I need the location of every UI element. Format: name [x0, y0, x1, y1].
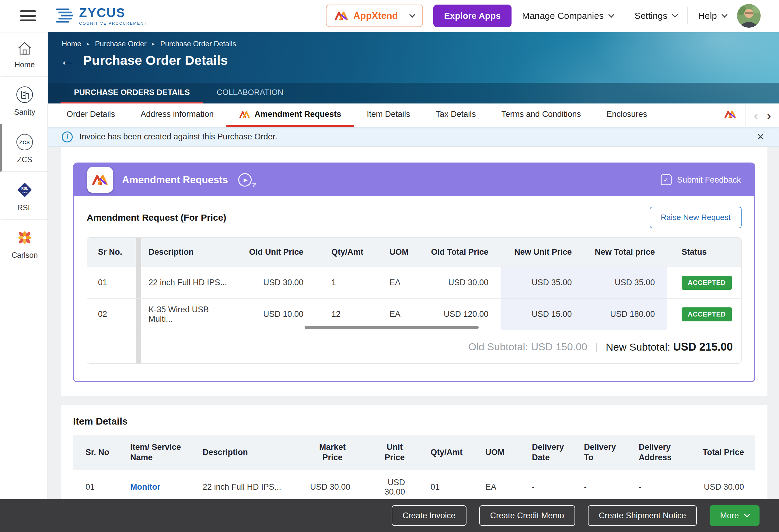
manage-companies-label: Manage Companies	[522, 11, 604, 21]
create-shipment-notice-button[interactable]: Create Shipment Notice	[588, 505, 697, 526]
back-button[interactable]: ←	[60, 53, 74, 68]
tab-purchase-orders-details[interactable]: PURCHASE ORDERS DETAILS	[61, 83, 203, 104]
create-credit-memo-button[interactable]: Create Credit Memo	[479, 505, 575, 526]
column-header-delivery-date: Delivery Date	[527, 442, 579, 463]
item-details-table: Sr. No Item/ Service Name Description Ma…	[73, 435, 755, 504]
sidebar-item-sanity[interactable]: Sanity	[0, 77, 48, 124]
cell-new-unit-price: USD 15.00	[500, 299, 584, 330]
cell-old-total-price: USD 120.00	[418, 299, 500, 330]
column-header-qty-amt: Qty/Amt	[315, 238, 374, 267]
sidebar-item-label: ZCS	[17, 155, 32, 164]
zcs-badge-icon: ZCS	[16, 133, 34, 151]
subtab-appxtend[interactable]	[715, 104, 746, 127]
appxtend-tile	[87, 167, 113, 193]
subtab-tax-details[interactable]: Tax Details	[423, 104, 489, 127]
cell-new-total-price: USD 35.00	[584, 267, 667, 298]
cell-uom: EA	[374, 299, 418, 330]
avatar[interactable]	[737, 4, 761, 28]
cell-qty: 1	[315, 267, 374, 298]
submit-feedback-button[interactable]: ✓ Submit Feedback	[661, 174, 741, 185]
breadcrumb-purchase-order[interactable]: Purchase Order	[95, 40, 146, 48]
column-header-uom: UOM	[477, 448, 527, 458]
appxtend-icon	[92, 174, 108, 186]
home-icon	[17, 41, 33, 56]
amendment-table-row: 01 22 inch Full HD IPS... USD 30.00 1 EA…	[87, 267, 741, 298]
subtab-address-information[interactable]: Address information	[128, 104, 226, 127]
column-header-new-unit-price: New Unit Price	[500, 238, 584, 267]
brand-name: ZYCUS	[79, 6, 147, 19]
cell-sr-no: 01	[87, 267, 136, 298]
amendment-panel-wrapper: Amendment Requests ▶ ? ✓ Submit Feedback…	[61, 147, 768, 396]
breadcrumb-home[interactable]: Home	[62, 40, 81, 48]
scroll-left-icon[interactable]: ‹	[754, 108, 758, 122]
sidebar-item-label: Sanity	[14, 108, 35, 117]
manage-companies-menu[interactable]: Manage Companies	[522, 11, 613, 21]
cell-qty: 12	[315, 299, 374, 330]
item-details-title: Item Details	[61, 416, 768, 427]
close-icon[interactable]: ✕	[757, 131, 764, 142]
raise-new-request-button[interactable]: Raise New Request	[650, 206, 741, 228]
explore-apps-button[interactable]: Explore Apps	[433, 5, 512, 27]
appxtend-button[interactable]: AppXtend	[326, 5, 423, 27]
tab-collaboration[interactable]: COLLABORATION	[203, 83, 297, 104]
horizontal-scrollbar[interactable]	[305, 326, 479, 329]
help-menu[interactable]: Help	[698, 11, 727, 21]
cell-delivery-address: -	[633, 482, 695, 492]
scroll-right-icon[interactable]: ›	[767, 108, 771, 122]
cell-description: 22 inch Full HD IPS...	[198, 482, 298, 492]
appxtend-icon	[239, 111, 250, 118]
column-header-old-total-price: Old Total Price	[418, 238, 500, 267]
breadcrumb-separator-icon: ▸	[152, 41, 155, 47]
column-divider	[136, 299, 141, 330]
cell-uom: EA	[477, 482, 527, 492]
more-button[interactable]: More	[710, 505, 760, 526]
settings-menu[interactable]: Settings	[635, 11, 677, 21]
divider	[624, 7, 624, 24]
column-divider	[136, 238, 141, 267]
chevron-down-icon	[744, 511, 750, 517]
help-label: Help	[698, 11, 717, 21]
item-name-link[interactable]: Monitor	[130, 482, 160, 491]
new-subtotal: New Subtotal: USD 215.00	[606, 341, 733, 353]
subtab-item-details[interactable]: Item Details	[354, 104, 423, 127]
subtab-terms-and-conditions[interactable]: Terms and Conditions	[489, 104, 594, 127]
cell-sr-no: 02	[87, 299, 136, 330]
column-header-old-unit-price: Old Unit Price	[234, 238, 315, 267]
create-invoice-button[interactable]: Create Invoice	[392, 505, 467, 526]
subtab-amendment-requests[interactable]: Amendment Requests	[226, 104, 354, 127]
settings-label: Settings	[635, 11, 667, 21]
zycus-logo: ZYCUS COGNITIVE PROCUREMENT	[55, 6, 147, 25]
divider: |	[595, 341, 598, 353]
play-icon: ▶	[238, 173, 252, 187]
cell-description: 22 inch Full HD IPS...	[141, 267, 234, 298]
sidebar-item-home[interactable]: Home	[0, 32, 48, 77]
topbar: ZYCUS COGNITIVE PROCUREMENT AppXtend Exp…	[0, 0, 779, 32]
column-header-unit-price: Unit Price	[367, 442, 422, 463]
cell-delivery-date: -	[527, 482, 579, 492]
column-header-sr-no: Sr No.	[87, 238, 136, 267]
breadcrumb-purchase-order-details[interactable]: Purchase Order Details	[160, 40, 236, 48]
sidebar-item-rsl[interactable]: RSL care RSL	[0, 172, 48, 220]
more-label: More	[720, 511, 739, 520]
appxtend-label: AppXtend	[353, 10, 398, 21]
help-video-button[interactable]: ▶ ?	[238, 173, 252, 187]
sidebar-item-zcs[interactable]: ZCS ZCS	[0, 124, 48, 172]
status-badge: ACCEPTED	[682, 276, 732, 290]
column-header-sr-no: Sr. No	[73, 448, 125, 458]
cell-sr-no: 01	[73, 482, 125, 492]
menu-icon[interactable]	[20, 8, 36, 24]
sidebar-item-carlson[interactable]: Carlson	[0, 220, 48, 267]
cell-delivery-to: -	[579, 482, 633, 492]
sidebar-item-label: Home	[15, 60, 35, 69]
subtab-order-details[interactable]: Order Details	[54, 104, 128, 127]
subtab-enclosures[interactable]: Enclosures	[594, 104, 660, 127]
svg-text:care: care	[22, 191, 27, 194]
chevron-down-icon	[672, 11, 678, 18]
column-header-description: Description	[141, 238, 234, 267]
profile-photo-icon	[737, 4, 761, 28]
amendment-table-header-row: Sr No. Description Old Unit Price Qty/Am…	[87, 238, 741, 267]
amendment-card-body: Amendment Request (For Price) Raise New …	[74, 196, 754, 364]
main-area: Home ▸ Purchase Order ▸ Purchase Order D…	[48, 32, 779, 532]
carlson-flower-icon	[16, 229, 34, 246]
divider	[687, 7, 688, 24]
